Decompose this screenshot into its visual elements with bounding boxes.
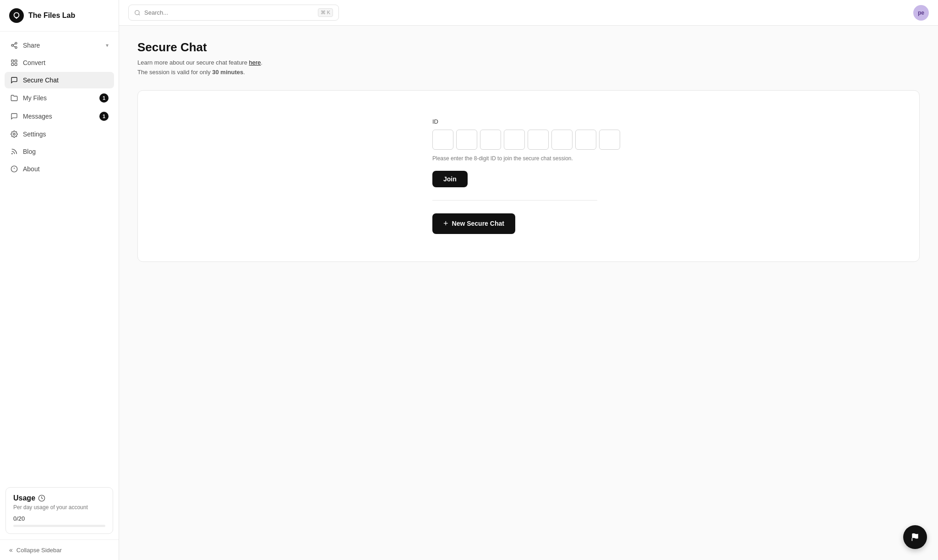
sidebar-item-blog[interactable]: Blog	[5, 143, 114, 160]
id-label: ID	[432, 118, 625, 125]
sidebar-item-convert[interactable]: Convert	[5, 54, 114, 71]
page-description: Learn more about our secure chat feature…	[137, 58, 920, 77]
secure-chat-icon	[10, 76, 18, 84]
desc-line2-part2: .	[243, 69, 245, 76]
sidebar-item-about[interactable]: About	[5, 161, 114, 177]
settings-icon	[10, 130, 18, 138]
page-title: Secure Chat	[137, 40, 920, 54]
svg-line-3	[13, 46, 16, 47]
about-icon	[10, 165, 18, 173]
desc-link[interactable]: here	[249, 59, 261, 66]
about-label: About	[23, 165, 40, 173]
page-content: Secure Chat Learn more about our secure …	[119, 26, 938, 560]
chat-card: ID Please enter the 8-digit ID to join t…	[137, 90, 920, 262]
chat-card-inner: ID Please enter the 8-digit ID to join t…	[432, 118, 625, 234]
usage-box: Usage Per day usage of your account 0/20	[5, 487, 113, 534]
my-files-icon	[10, 94, 18, 102]
svg-rect-7	[11, 63, 14, 65]
my-files-label: My Files	[23, 94, 47, 102]
desc-part2: .	[261, 59, 263, 66]
desc-part1: Learn more about our secure chat feature	[137, 59, 249, 66]
settings-label: Settings	[23, 130, 46, 138]
search-icon	[134, 10, 141, 16]
messages-icon	[10, 112, 18, 120]
plus-icon: +	[443, 219, 448, 228]
sidebar-item-settings[interactable]: Settings	[5, 126, 114, 142]
collapse-chevron-icon: «	[9, 546, 13, 554]
main-content: ⌘ K pe Secure Chat Learn more about our …	[119, 0, 938, 560]
usage-count: 0/20	[13, 515, 105, 522]
id-input-7[interactable]	[575, 130, 596, 150]
svg-rect-8	[15, 63, 17, 65]
sidebar-item-messages[interactable]: Messages 1	[5, 108, 114, 125]
app-logo-icon	[9, 8, 24, 23]
convert-icon	[10, 59, 18, 67]
messages-badge: 1	[99, 112, 109, 121]
id-input-2[interactable]	[456, 130, 477, 150]
header: ⌘ K pe	[119, 0, 938, 26]
logo-svg	[12, 11, 21, 20]
usage-title: Usage	[13, 494, 105, 502]
svg-point-0	[15, 42, 17, 44]
new-chat-label: New Secure Chat	[452, 220, 504, 227]
search-box[interactable]: ⌘ K	[128, 5, 339, 21]
sidebar-logo[interactable]: The Files Lab	[0, 0, 119, 32]
id-inputs	[432, 130, 625, 150]
app-name: The Files Lab	[28, 11, 75, 20]
sidebar-item-my-files[interactable]: My Files 1	[5, 89, 114, 107]
desc-bold: 30 minutes	[212, 69, 243, 76]
svg-rect-5	[11, 60, 14, 62]
sidebar-item-secure-chat[interactable]: Secure Chat	[5, 72, 114, 88]
flag-icon	[911, 533, 920, 542]
join-button[interactable]: Join	[432, 171, 468, 187]
id-input-1[interactable]	[432, 130, 453, 150]
id-input-6[interactable]	[551, 130, 573, 150]
svg-point-1	[11, 44, 13, 46]
id-input-8[interactable]	[599, 130, 620, 150]
svg-point-2	[15, 47, 17, 49]
blog-label: Blog	[23, 148, 36, 155]
share-icon	[10, 41, 18, 49]
svg-rect-6	[15, 60, 17, 62]
my-files-badge: 1	[99, 93, 109, 103]
svg-line-4	[13, 43, 16, 45]
search-shortcut: ⌘ K	[318, 8, 333, 17]
usage-icon	[38, 495, 45, 502]
sidebar: The Files Lab Share ▾ Convert	[0, 0, 119, 560]
id-input-4[interactable]	[504, 130, 525, 150]
desc-line2-part1: The session is valid for only	[137, 69, 212, 76]
svg-point-10	[12, 153, 12, 154]
svg-point-15	[135, 10, 139, 14]
collapse-sidebar-button[interactable]: « Collapse Sidebar	[0, 539, 119, 560]
divider	[432, 200, 597, 201]
id-input-5[interactable]	[528, 130, 549, 150]
share-label: Share	[23, 42, 40, 49]
floating-action-button[interactable]	[903, 525, 927, 549]
secure-chat-label: Secure Chat	[23, 76, 59, 84]
messages-label: Messages	[23, 113, 52, 120]
new-secure-chat-button[interactable]: + New Secure Chat	[432, 213, 515, 234]
header-right: pe	[913, 5, 929, 21]
blog-icon	[10, 147, 18, 156]
avatar-button[interactable]: pe	[913, 5, 929, 21]
convert-label: Convert	[23, 59, 45, 66]
usage-subtitle: Per day usage of your account	[13, 504, 105, 511]
collapse-sidebar-label: Collapse Sidebar	[16, 547, 62, 554]
search-input[interactable]	[144, 9, 314, 16]
share-chevron-icon: ▾	[106, 42, 109, 49]
sidebar-nav: Share ▾ Convert Secure Chat	[0, 32, 119, 482]
id-input-3[interactable]	[480, 130, 501, 150]
svg-line-16	[139, 14, 140, 15]
id-hint: Please enter the 8-digit ID to join the …	[432, 155, 625, 162]
usage-bar-track	[13, 525, 105, 527]
sidebar-item-share[interactable]: Share ▾	[5, 37, 114, 54]
svg-point-9	[13, 133, 15, 135]
